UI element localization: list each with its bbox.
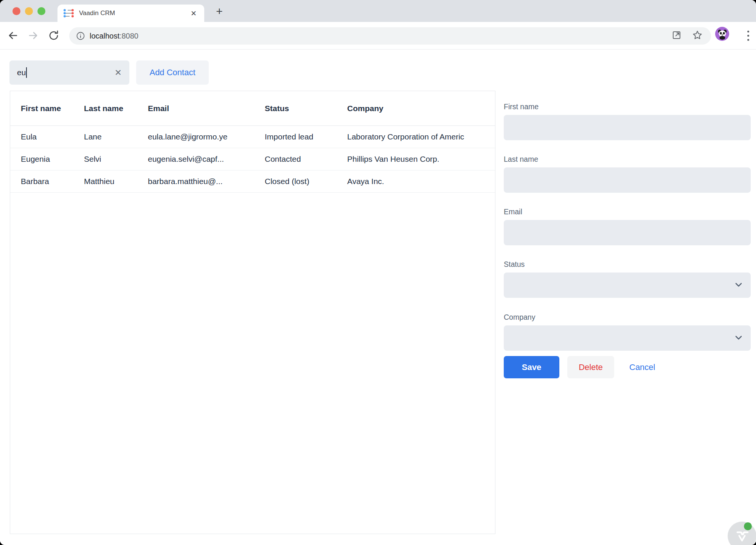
first-name-field[interactable] <box>504 115 751 140</box>
tab-close-icon[interactable]: ✕ <box>189 8 198 19</box>
cell-last-name: Matthieu <box>84 177 148 186</box>
window-minimize-button[interactable] <box>25 7 33 15</box>
column-header-first-name[interactable]: First name <box>21 104 84 113</box>
clear-filter-icon[interactable]: ✕ <box>115 68 122 77</box>
dev-status-dot <box>744 522 752 530</box>
cell-last-name: Lane <box>84 132 148 141</box>
cell-company: Laboratory Corporation of Americ <box>347 132 495 141</box>
chevron-down-icon <box>734 333 743 344</box>
table-row[interactable]: Barbara Matthieu barbara.matthieu@... Cl… <box>10 170 495 193</box>
column-header-company[interactable]: Company <box>347 104 495 113</box>
filter-value: eu <box>17 68 26 77</box>
first-name-label: First name <box>504 102 751 111</box>
email-label: Email <box>504 207 751 216</box>
forward-icon[interactable] <box>26 28 41 43</box>
filter-by-name-input[interactable]: eu ✕ <box>9 60 129 85</box>
cell-company: Phillips Van Heusen Corp. <box>347 155 495 164</box>
browser-window: Vaadin CRM ✕ + localhost:8080 <box>0 0 756 545</box>
browser-tab[interactable]: Vaadin CRM ✕ <box>57 5 204 22</box>
add-contact-button[interactable]: Add Contact <box>136 60 209 85</box>
cell-first-name: Eugenia <box>21 155 84 164</box>
cell-first-name: Barbara <box>21 177 84 186</box>
reload-icon[interactable] <box>46 28 61 43</box>
panda-icon <box>717 28 728 40</box>
vaadin-favicon-icon <box>64 9 74 17</box>
cell-first-name: Eula <box>21 132 84 141</box>
site-info-icon[interactable] <box>76 31 85 40</box>
window-close-button[interactable] <box>12 7 20 15</box>
grid-header-row: First name Last name Email Status Compan… <box>10 91 495 126</box>
chevron-down-icon <box>734 280 743 291</box>
open-in-window-icon[interactable] <box>672 30 681 42</box>
status-label: Status <box>504 260 751 269</box>
table-row[interactable]: Eula Lane eula.lane@jigrormo.ye Imported… <box>10 126 495 148</box>
save-button[interactable]: Save <box>504 356 559 378</box>
last-name-field[interactable] <box>504 167 751 193</box>
column-header-email[interactable]: Email <box>148 104 265 113</box>
last-name-label: Last name <box>504 155 751 164</box>
cell-email: eugenia.selvi@capf... <box>148 155 265 164</box>
app-content: eu ✕ Add Contact First name Last name Em… <box>0 50 756 545</box>
column-header-status[interactable]: Status <box>265 104 347 113</box>
cell-company: Avaya Inc. <box>347 177 495 186</box>
tab-title: Vaadin CRM <box>79 9 189 17</box>
text-caret <box>26 67 27 78</box>
window-zoom-button[interactable] <box>37 7 45 15</box>
new-tab-button[interactable]: + <box>211 4 228 19</box>
chrome-menu-icon[interactable] <box>740 28 756 43</box>
browser-toolbar: localhost:8080 <box>0 22 756 50</box>
cell-status: Imported lead <box>265 132 347 141</box>
cell-email: barbara.matthieu@... <box>148 177 265 186</box>
cancel-button[interactable]: Cancel <box>629 362 655 372</box>
profile-avatar[interactable] <box>715 27 729 41</box>
cell-last-name: Selvi <box>84 155 148 164</box>
company-select[interactable] <box>504 325 751 351</box>
status-select[interactable] <box>504 272 751 298</box>
delete-button[interactable]: Delete <box>567 356 614 378</box>
url-text: localhost:8080 <box>90 32 138 40</box>
cell-status: Contacted <box>265 155 347 164</box>
column-header-last-name[interactable]: Last name <box>84 104 148 113</box>
form-buttons: Save Delete Cancel <box>504 356 655 378</box>
table-row[interactable]: Eugenia Selvi eugenia.selvi@capf... Cont… <box>10 148 495 170</box>
email-field[interactable] <box>504 220 751 245</box>
company-label: Company <box>504 313 751 322</box>
tab-strip: Vaadin CRM ✕ + <box>0 0 756 22</box>
cell-status: Closed (lost) <box>265 177 347 186</box>
contacts-grid: First name Last name Email Status Compan… <box>10 91 495 534</box>
back-icon[interactable] <box>5 28 20 43</box>
bookmark-star-icon[interactable] <box>692 30 703 42</box>
url-bar[interactable]: localhost:8080 <box>69 27 711 45</box>
cell-email: eula.lane@jigrormo.ye <box>148 132 265 141</box>
